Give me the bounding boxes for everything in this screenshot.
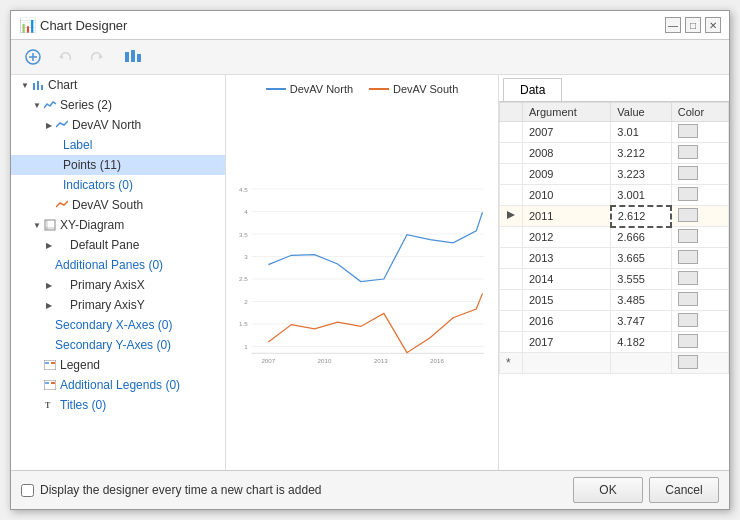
tree-item-secondary-x[interactable]: Secondary X-Axes (0) — [11, 315, 225, 335]
argument-cell[interactable]: 2012 — [523, 227, 611, 248]
new-arg-cell[interactable] — [523, 353, 611, 374]
argument-cell[interactable]: 2013 — [523, 248, 611, 269]
tree-item-primary-axisx[interactable]: ▶ Primary AxisX — [11, 275, 225, 295]
redo-button[interactable] — [83, 44, 111, 70]
tree-item-primary-axisy[interactable]: ▶ Primary AxisY — [11, 295, 225, 315]
tree-arrow: ▼ — [31, 219, 43, 231]
color-box[interactable] — [678, 250, 698, 264]
tree-item-legend[interactable]: ▶ Legend — [11, 355, 225, 375]
col-value-header: Value — [611, 103, 671, 122]
argument-cell[interactable]: 2009 — [523, 164, 611, 185]
argument-cell[interactable]: 2007 — [523, 122, 611, 143]
tree-item-devav-north[interactable]: ▶ DevAV North — [11, 115, 225, 135]
value-cell[interactable]: 3.01 — [611, 122, 671, 143]
argument-cell[interactable]: 2010 — [523, 185, 611, 206]
color-box[interactable] — [678, 187, 698, 201]
tree-area[interactable]: ▼ Chart ▼ Series (2) — [11, 75, 225, 470]
tree-item-points[interactable]: Points (11) — [11, 155, 225, 175]
new-color-box[interactable] — [678, 355, 698, 369]
color-box[interactable] — [678, 313, 698, 327]
table-row[interactable]: 20112.612 — [500, 206, 729, 227]
bottom-bar: Display the designer every time a new ch… — [11, 470, 729, 509]
argument-cell[interactable]: 2017 — [523, 332, 611, 353]
new-row[interactable]: * — [500, 353, 729, 374]
tree-item-label[interactable]: Label — [11, 135, 225, 155]
tree-item-additional-panes[interactable]: Additional Panes (0) — [11, 255, 225, 275]
tree-arrow: ▶ — [43, 239, 55, 251]
argument-cell[interactable]: 2015 — [523, 290, 611, 311]
argument-cell[interactable]: 2016 — [523, 311, 611, 332]
display-designer-checkbox-label[interactable]: Display the designer every time a new ch… — [21, 483, 321, 497]
undo-button[interactable] — [51, 44, 79, 70]
color-box[interactable] — [678, 208, 698, 222]
color-cell[interactable] — [671, 164, 728, 185]
color-cell[interactable] — [671, 311, 728, 332]
tree-item-titles[interactable]: ▶ T Titles (0) — [11, 395, 225, 415]
color-box[interactable] — [678, 292, 698, 306]
value-cell[interactable]: 3.001 — [611, 185, 671, 206]
value-cell[interactable]: 3.212 — [611, 143, 671, 164]
close-button[interactable]: ✕ — [705, 17, 721, 33]
tree-item-xy-diagram[interactable]: ▼ XY-Diagram — [11, 215, 225, 235]
chart-icon — [31, 78, 45, 92]
value-cell[interactable]: 3.485 — [611, 290, 671, 311]
tree-item-default-pane[interactable]: ▶ Default Pane — [11, 235, 225, 255]
table-row[interactable]: 20073.01 — [500, 122, 729, 143]
color-cell[interactable] — [671, 206, 728, 227]
table-row[interactable]: 20093.223 — [500, 164, 729, 185]
value-cell[interactable]: 3.555 — [611, 269, 671, 290]
tree-item-indicators[interactable]: Indicators (0) — [11, 175, 225, 195]
table-row[interactable]: 20163.747 — [500, 311, 729, 332]
color-cell[interactable] — [671, 269, 728, 290]
wizard-button[interactable] — [119, 44, 147, 70]
table-row[interactable]: 20083.212 — [500, 143, 729, 164]
color-box[interactable] — [678, 271, 698, 285]
value-cell[interactable]: 2.612 — [611, 206, 671, 227]
value-cell[interactable]: 3.747 — [611, 311, 671, 332]
tree-item-devav-south[interactable]: ▶ DevAV South — [11, 195, 225, 215]
tree-arrow: ▼ — [31, 99, 43, 111]
cancel-button[interactable]: Cancel — [649, 477, 719, 503]
tree-label-secondary-y: Secondary Y-Axes (0) — [55, 338, 171, 352]
add-button[interactable] — [19, 44, 47, 70]
tree-item-secondary-y[interactable]: Secondary Y-Axes (0) — [11, 335, 225, 355]
display-designer-checkbox[interactable] — [21, 484, 34, 497]
color-box[interactable] — [678, 145, 698, 159]
tree-item-additional-legends[interactable]: ▶ Additional Legends (0) — [11, 375, 225, 395]
color-cell[interactable] — [671, 185, 728, 206]
data-tab-button[interactable]: Data — [503, 78, 562, 101]
color-box[interactable] — [678, 229, 698, 243]
value-cell[interactable]: 4.182 — [611, 332, 671, 353]
color-cell[interactable] — [671, 143, 728, 164]
table-row[interactable]: 20143.555 — [500, 269, 729, 290]
minimize-button[interactable]: — — [665, 17, 681, 33]
tree-item-series[interactable]: ▼ Series (2) — [11, 95, 225, 115]
new-color-cell[interactable] — [671, 353, 728, 374]
maximize-button[interactable]: □ — [685, 17, 701, 33]
tree-item-chart[interactable]: ▼ Chart — [11, 75, 225, 95]
new-val-cell[interactable] — [611, 353, 671, 374]
color-box[interactable] — [678, 124, 698, 138]
color-cell[interactable] — [671, 122, 728, 143]
ok-button[interactable]: OK — [573, 477, 643, 503]
value-cell[interactable]: 2.666 — [611, 227, 671, 248]
tree-label-indicators: Indicators (0) — [63, 178, 133, 192]
argument-cell[interactable]: 2008 — [523, 143, 611, 164]
color-box[interactable] — [678, 166, 698, 180]
color-cell[interactable] — [671, 332, 728, 353]
color-cell[interactable] — [671, 227, 728, 248]
table-row[interactable]: 20153.485 — [500, 290, 729, 311]
argument-cell[interactable]: 2011 — [523, 206, 611, 227]
color-cell[interactable] — [671, 290, 728, 311]
table-row[interactable]: 20122.666 — [500, 227, 729, 248]
table-row[interactable]: 20133.665 — [500, 248, 729, 269]
table-row[interactable]: 20174.182 — [500, 332, 729, 353]
color-box[interactable] — [678, 334, 698, 348]
value-cell[interactable]: 3.665 — [611, 248, 671, 269]
color-cell[interactable] — [671, 248, 728, 269]
argument-cell[interactable]: 2014 — [523, 269, 611, 290]
value-cell[interactable]: 3.223 — [611, 164, 671, 185]
table-row[interactable]: 20103.001 — [500, 185, 729, 206]
data-table[interactable]: Argument Value Color 20073.0120083.21220… — [499, 102, 729, 470]
row-indicator — [500, 290, 523, 311]
